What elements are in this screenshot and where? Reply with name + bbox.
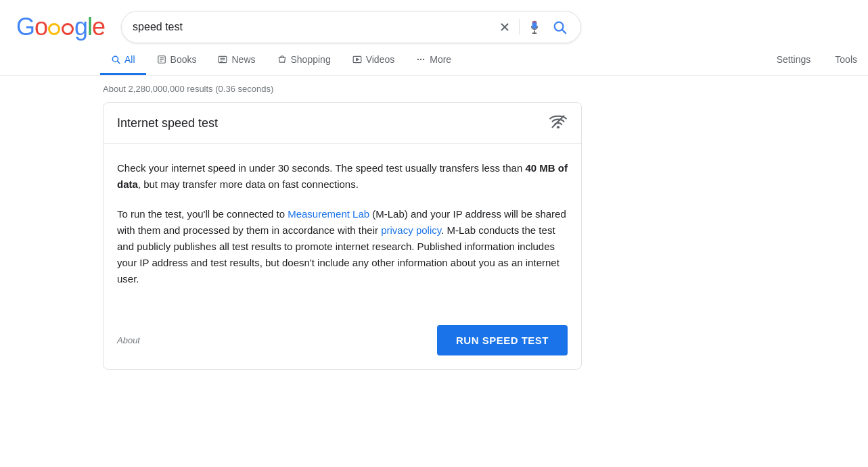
desc1-part2: , but may transfer more data on fast con…	[138, 178, 359, 190]
main-content: Internet speed test Check your internet …	[0, 102, 582, 370]
news-tab-icon	[218, 55, 227, 64]
tab-videos[interactable]: Videos	[342, 46, 406, 75]
svg-marker-18	[357, 58, 359, 61]
logo-o3-glasses	[62, 23, 74, 35]
header: G o gle speed test	[0, 0, 868, 43]
tab-more[interactable]: More	[405, 46, 462, 75]
card-title: Internet speed test	[117, 116, 218, 130]
voice-search-button[interactable]	[525, 18, 544, 36]
tab-news-label: News	[231, 54, 255, 65]
card-header: Internet speed test	[104, 103, 581, 144]
tab-books[interactable]: Books	[146, 46, 208, 75]
card-description-2: To run the test, you'll be connected to …	[117, 206, 568, 287]
desc1-part1: Check your internet speed in under 30 se…	[117, 162, 525, 174]
tools-label: Tools	[835, 54, 857, 65]
tab-news[interactable]: News	[207, 46, 266, 75]
svg-line-6	[562, 30, 566, 33]
search-button[interactable]	[549, 17, 570, 37]
run-speed-test-button[interactable]: RUN SPEED TEST	[437, 325, 568, 355]
tab-shopping[interactable]: Shopping	[267, 46, 342, 75]
card-body: Check your internet speed in under 30 se…	[104, 144, 581, 317]
tools-link[interactable]: Tools	[824, 46, 868, 75]
results-count: About 2,280,000,000 results (0.36 second…	[103, 84, 273, 94]
settings-link[interactable]: Settings	[766, 46, 822, 75]
tab-books-label: Books	[170, 54, 197, 65]
wifi-icon	[549, 114, 568, 132]
results-info: About 2,280,000,000 results (0.36 second…	[0, 76, 868, 102]
tab-more-label: More	[430, 54, 451, 65]
shopping-tab-icon	[277, 55, 287, 64]
card-description-1: Check your internet speed in under 30 se…	[117, 160, 568, 193]
logo-g2: g	[74, 13, 87, 41]
logo-o2-glasses	[48, 23, 60, 35]
settings-label: Settings	[777, 54, 811, 65]
speed-test-card: Internet speed test Check your internet …	[103, 102, 582, 370]
svg-point-20	[420, 59, 421, 60]
svg-line-23	[553, 116, 564, 127]
mic-icon	[528, 20, 541, 34]
nav-tabs: All Books News	[0, 46, 868, 76]
svg-point-21	[423, 59, 424, 60]
about-link[interactable]: About	[117, 335, 140, 345]
svg-line-8	[118, 62, 120, 64]
search-bar-icons	[496, 17, 570, 37]
nav-settings-area: Settings Tools	[766, 46, 868, 75]
desc2-part1: To run the test, you'll be connected to	[117, 208, 288, 220]
logo-o1: o	[35, 13, 47, 41]
close-icon	[499, 21, 511, 33]
search-input[interactable]: speed test	[133, 21, 488, 33]
search-bar: speed test	[121, 11, 581, 43]
tab-all-label: All	[124, 54, 135, 65]
tab-shopping-label: Shopping	[291, 54, 331, 65]
privacy-policy-link[interactable]: privacy policy	[381, 224, 441, 236]
logo-g: G	[16, 13, 35, 41]
tab-videos-label: Videos	[366, 54, 395, 65]
google-logo[interactable]: G o gle	[16, 13, 105, 41]
search-icon	[552, 20, 567, 34]
tab-all[interactable]: All	[100, 46, 146, 75]
search-divider	[519, 19, 520, 35]
books-tab-icon	[157, 55, 166, 64]
svg-point-22	[557, 126, 559, 128]
card-footer: About RUN SPEED TEST	[104, 317, 581, 369]
clear-button[interactable]	[496, 18, 513, 36]
more-tab-icon	[416, 55, 426, 64]
search-tab-icon	[111, 55, 120, 64]
search-bar-wrapper: speed test	[121, 11, 581, 43]
logo-e: e	[92, 13, 105, 41]
logo-l: l	[87, 13, 92, 41]
videos-tab-icon	[352, 55, 362, 64]
svg-point-19	[417, 59, 419, 60]
measurement-lab-link[interactable]: Measurement Lab	[288, 208, 369, 220]
